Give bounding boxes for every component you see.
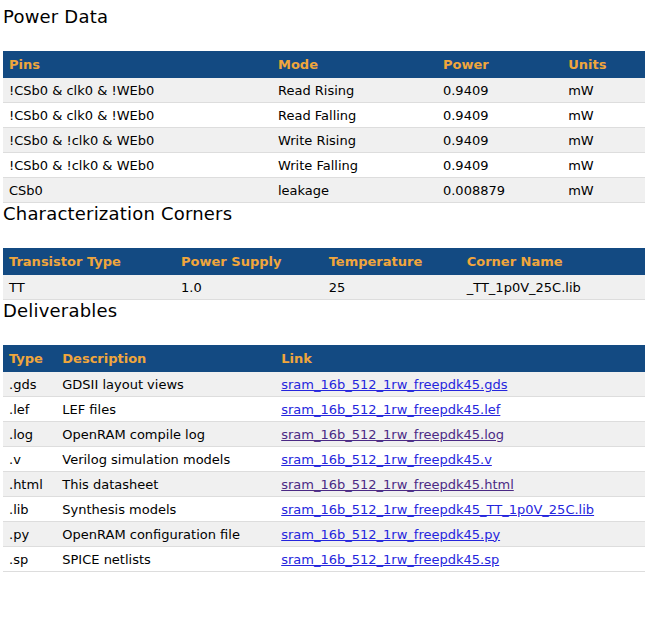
- column-header-type: Type: [3, 345, 56, 372]
- cell-link: sram_16b_512_1rw_freepdk45_TT_1p0V_25C.l…: [275, 497, 645, 522]
- table-row: .gdsGDSII layout viewssram_16b_512_1rw_f…: [3, 372, 645, 397]
- cell-pins: !CSb0 & clk0 & !WEb0: [3, 78, 272, 103]
- cell-temperature: 25: [323, 275, 461, 300]
- table-row: !CSb0 & !clk0 & WEb0Write Falling0.9409m…: [3, 153, 645, 178]
- table-row: .htmlThis datasheetsram_16b_512_1rw_free…: [3, 472, 645, 497]
- column-header-power-supply: Power Supply: [175, 248, 323, 275]
- cell-transistor-type: TT: [3, 275, 175, 300]
- cell-mode: leakage: [272, 178, 437, 203]
- cell-units: mW: [562, 78, 645, 103]
- header-row: Transistor TypePower SupplyTemperatureCo…: [3, 248, 645, 275]
- cell-description: Verilog simulation models: [56, 447, 275, 472]
- column-header-link: Link: [275, 345, 645, 372]
- cell-units: mW: [562, 178, 645, 203]
- table-row: !CSb0 & clk0 & !WEb0Read Falling0.9409mW: [3, 103, 645, 128]
- file-link[interactable]: sram_16b_512_1rw_freepdk45.py: [281, 527, 500, 542]
- section-characterization-corners: Characterization Corners Transistor Type…: [3, 203, 646, 300]
- column-header-description: Description: [56, 345, 275, 372]
- column-header-temperature: Temperature: [323, 248, 461, 275]
- cell-power: 0.9409: [437, 153, 562, 178]
- cell-mode: Read Falling: [272, 103, 437, 128]
- cell-pins: !CSb0 & clk0 & !WEb0: [3, 103, 272, 128]
- file-link[interactable]: sram_16b_512_1rw_freepdk45.log: [281, 427, 504, 442]
- column-header-corner-name: Corner Name: [461, 248, 645, 275]
- cell-link: sram_16b_512_1rw_freepdk45.log: [275, 422, 645, 447]
- file-link[interactable]: sram_16b_512_1rw_freepdk45.sp: [281, 552, 499, 567]
- cell-pins: !CSb0 & !clk0 & WEb0: [3, 153, 272, 178]
- column-header-power: Power: [437, 51, 562, 78]
- cell-type: .lef: [3, 397, 56, 422]
- cell-description: This datasheet: [56, 472, 275, 497]
- deliverables-heading: Deliverables: [3, 300, 646, 321]
- cell-mode: Read Rising: [272, 78, 437, 103]
- cell-description: OpenRAM configuration file: [56, 522, 275, 547]
- cell-link: sram_16b_512_1rw_freepdk45.py: [275, 522, 645, 547]
- cell-description: OpenRAM compile log: [56, 422, 275, 447]
- cell-power: 0.9409: [437, 103, 562, 128]
- cell-link: sram_16b_512_1rw_freepdk45.html: [275, 472, 645, 497]
- column-header-pins: Pins: [3, 51, 272, 78]
- characterization-corners-heading: Characterization Corners: [3, 203, 646, 224]
- cell-mode: Write Falling: [272, 153, 437, 178]
- column-header-units: Units: [562, 51, 645, 78]
- power-data-heading: Power Data: [3, 6, 646, 27]
- cell-pins: !CSb0 & !clk0 & WEb0: [3, 128, 272, 153]
- table-row: !CSb0 & clk0 & !WEb0Read Rising0.9409mW: [3, 78, 645, 103]
- file-link[interactable]: sram_16b_512_1rw_freepdk45.lef: [281, 402, 500, 417]
- table-row: !CSb0 & !clk0 & WEb0Write Rising0.9409mW: [3, 128, 645, 153]
- file-link[interactable]: sram_16b_512_1rw_freepdk45.v: [281, 452, 492, 467]
- table-row: .vVerilog simulation modelssram_16b_512_…: [3, 447, 645, 472]
- cell-mode: Write Rising: [272, 128, 437, 153]
- cell-link: sram_16b_512_1rw_freepdk45.gds: [275, 372, 645, 397]
- table-row: .spSPICE netlistssram_16b_512_1rw_freepd…: [3, 547, 645, 572]
- cell-power: 0.9409: [437, 128, 562, 153]
- cell-link: sram_16b_512_1rw_freepdk45.lef: [275, 397, 645, 422]
- cell-description: SPICE netlists: [56, 547, 275, 572]
- file-link[interactable]: sram_16b_512_1rw_freepdk45.gds: [281, 377, 507, 392]
- section-power-data: Power Data PinsModePowerUnits!CSb0 & clk…: [3, 6, 646, 203]
- column-header-mode: Mode: [272, 51, 437, 78]
- cell-link: sram_16b_512_1rw_freepdk45.v: [275, 447, 645, 472]
- cell-power: 0.9409: [437, 78, 562, 103]
- cell-type: .gds: [3, 372, 56, 397]
- table-row: CSb0leakage0.008879mW: [3, 178, 645, 203]
- column-header-transistor-type: Transistor Type: [3, 248, 175, 275]
- header-row: TypeDescriptionLink: [3, 345, 645, 372]
- cell-type: .html: [3, 472, 56, 497]
- characterization-corners-table: Transistor TypePower SupplyTemperatureCo…: [3, 248, 645, 300]
- cell-units: mW: [562, 128, 645, 153]
- cell-type: .v: [3, 447, 56, 472]
- table-row: .libSynthesis modelssram_16b_512_1rw_fre…: [3, 497, 645, 522]
- deliverables-table: TypeDescriptionLink.gdsGDSII layout view…: [3, 345, 645, 572]
- cell-type: .lib: [3, 497, 56, 522]
- cell-power: 0.008879: [437, 178, 562, 203]
- cell-units: mW: [562, 103, 645, 128]
- file-link[interactable]: sram_16b_512_1rw_freepdk45_TT_1p0V_25C.l…: [281, 502, 594, 517]
- table-row: .pyOpenRAM configuration filesram_16b_51…: [3, 522, 645, 547]
- cell-description: LEF files: [56, 397, 275, 422]
- section-deliverables: Deliverables TypeDescriptionLink.gdsGDSI…: [3, 300, 646, 572]
- cell-type: .log: [3, 422, 56, 447]
- cell-corner-name: _TT_1p0V_25C.lib: [461, 275, 645, 300]
- cell-power-supply: 1.0: [175, 275, 323, 300]
- cell-description: Synthesis models: [56, 497, 275, 522]
- cell-type: .sp: [3, 547, 56, 572]
- header-row: PinsModePowerUnits: [3, 51, 645, 78]
- cell-link: sram_16b_512_1rw_freepdk45.sp: [275, 547, 645, 572]
- table-row: .logOpenRAM compile logsram_16b_512_1rw_…: [3, 422, 645, 447]
- cell-description: GDSII layout views: [56, 372, 275, 397]
- power-data-table: PinsModePowerUnits!CSb0 & clk0 & !WEb0Re…: [3, 51, 645, 203]
- file-link[interactable]: sram_16b_512_1rw_freepdk45.html: [281, 477, 514, 492]
- cell-units: mW: [562, 153, 645, 178]
- cell-pins: CSb0: [3, 178, 272, 203]
- cell-type: .py: [3, 522, 56, 547]
- table-row: TT1.025_TT_1p0V_25C.lib: [3, 275, 645, 300]
- table-row: .lefLEF filessram_16b_512_1rw_freepdk45.…: [3, 397, 645, 422]
